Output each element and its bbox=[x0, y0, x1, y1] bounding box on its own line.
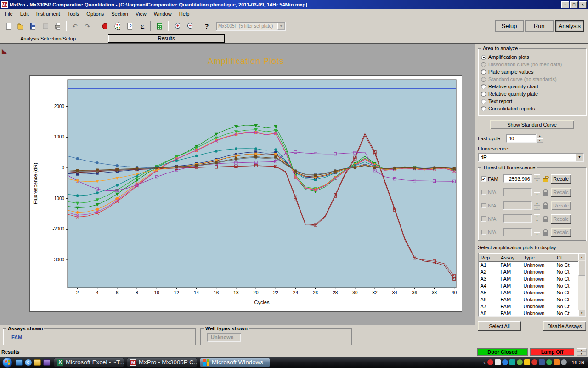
menu-item-edit[interactable]: Edit bbox=[17, 10, 33, 18]
open-button[interactable] bbox=[14, 20, 26, 32]
table-row[interactable]: A3FAMUnknownNo Ct bbox=[479, 275, 578, 282]
fluorescence-dropdown[interactable]: dR ▼ bbox=[478, 153, 584, 162]
spin-down-icon[interactable]: ▼ bbox=[534, 179, 540, 184]
help-button[interactable]: ? bbox=[201, 20, 213, 32]
menu-item-options[interactable]: Options bbox=[83, 10, 107, 18]
menu-item-help[interactable]: Help bbox=[175, 10, 193, 18]
menu-item-instrument[interactable]: Instrument bbox=[33, 10, 64, 18]
scroll-up-icon[interactable]: ▲ bbox=[577, 348, 587, 352]
tray-icon-5[interactable] bbox=[517, 359, 523, 365]
scroll-down-icon[interactable]: ▼ bbox=[577, 352, 587, 356]
recalc-button[interactable]: Recalc bbox=[551, 174, 571, 184]
fam-threshold-input[interactable] bbox=[503, 174, 532, 183]
plate-type-dropdown[interactable]: Mx3005P (5 filter set plate) ▼ bbox=[216, 22, 286, 31]
tray-icon-4[interactable] bbox=[509, 359, 515, 365]
radio-amplification-plots[interactable]: Amplification plots bbox=[481, 53, 583, 61]
column-header-type[interactable]: Type bbox=[522, 254, 555, 262]
select-all-button[interactable]: Select All bbox=[478, 321, 521, 331]
tray-icon-2[interactable] bbox=[495, 359, 501, 365]
tray-icon-10[interactable] bbox=[554, 359, 560, 365]
table-row[interactable]: A1FAMUnknownNo Ct bbox=[479, 262, 578, 269]
calculator-button[interactable] bbox=[153, 20, 165, 32]
table-row[interactable]: A4FAMUnknownNo Ct bbox=[479, 282, 578, 289]
media-player-icon[interactable] bbox=[43, 359, 50, 366]
last-cycle-stepper[interactable]: ▲ ▼ bbox=[537, 134, 543, 143]
menu-item-tools[interactable]: Tools bbox=[64, 10, 83, 18]
threshold-stepper[interactable]: ▲ ▼ bbox=[534, 174, 540, 183]
column-header-replicate[interactable]: Rep... bbox=[479, 254, 499, 262]
tray-icon-7[interactable] bbox=[531, 359, 537, 365]
collapse-panel-arrow-icon[interactable]: ◣ bbox=[2, 47, 7, 54]
close-button[interactable]: × bbox=[579, 1, 587, 8]
redo-button[interactable]: ↷ bbox=[81, 20, 93, 32]
taskbar-item-excel[interactable]: X Microsoft Excel - ~T... bbox=[54, 358, 124, 367]
plate-type-value: Mx3005P (5 filter set plate) bbox=[217, 23, 277, 29]
tray-icon-1[interactable] bbox=[487, 359, 493, 365]
amplification-plot-canvas[interactable]: 200010000-1000-2000-30002468101214161820… bbox=[30, 76, 462, 311]
radio-text-report[interactable]: Text report bbox=[481, 98, 583, 105]
tray-expand-icon[interactable]: ‹ bbox=[483, 359, 485, 366]
zoom-in-button[interactable] bbox=[171, 20, 183, 32]
internet-explorer-icon[interactable]: e bbox=[25, 359, 32, 366]
column-header-assay[interactable]: Assay bbox=[499, 254, 522, 262]
undo-button[interactable]: ↶ bbox=[69, 20, 81, 32]
last-cycle-input[interactable] bbox=[506, 134, 537, 143]
plate-setup-button[interactable] bbox=[111, 20, 123, 32]
table-row[interactable]: A7FAMUnknownNo Ct bbox=[479, 303, 578, 310]
radio-consolidated-reports[interactable]: Consolidated reports bbox=[481, 105, 583, 112]
print-button[interactable] bbox=[51, 20, 63, 32]
setup-mode-button[interactable]: Setup bbox=[495, 20, 524, 32]
analysis-terms-button[interactable]: ΣΔ bbox=[136, 20, 148, 32]
disable-assays-button[interactable]: Disable Assays bbox=[543, 321, 586, 331]
taskbar-item-windows[interactable]: Microsoft Windows bbox=[200, 358, 270, 367]
column-header-ct[interactable]: Ct bbox=[555, 254, 578, 262]
table-row[interactable]: A6FAMUnknownNo Ct bbox=[479, 296, 578, 303]
explorer-folder-icon[interactable] bbox=[34, 359, 41, 366]
tray-icon-9[interactable] bbox=[546, 359, 552, 365]
menu-item-file[interactable]: File bbox=[1, 10, 17, 18]
well-type-unknown-label[interactable]: Unknown bbox=[207, 333, 241, 342]
radio-plate-sample-values[interactable]: Plate sample values bbox=[481, 68, 583, 75]
start-button[interactable] bbox=[2, 357, 12, 368]
table-row[interactable]: A2FAMUnknownNo Ct bbox=[479, 268, 578, 275]
fam-checkbox[interactable]: ✓ bbox=[481, 176, 486, 182]
show-desktop-icon[interactable] bbox=[16, 359, 23, 366]
tray-icon-11[interactable] bbox=[561, 359, 567, 365]
tray-icon-6[interactable] bbox=[524, 359, 530, 365]
spin-up-icon[interactable]: ▲ bbox=[534, 174, 540, 179]
scroll-down-icon[interactable]: ▼ bbox=[578, 310, 585, 316]
tray-icon-8[interactable] bbox=[539, 359, 545, 365]
menu-item-view[interactable]: View bbox=[132, 10, 150, 18]
menu-item-window[interactable]: Window bbox=[150, 10, 175, 18]
spin-up-icon[interactable]: ▲ bbox=[537, 134, 543, 138]
table-row[interactable]: A8FAMUnknownNo Ct bbox=[479, 310, 578, 316]
tab-analysis-selection-setup[interactable]: Analysis Selection/Setup bbox=[15, 35, 81, 42]
svg-text:24: 24 bbox=[293, 290, 299, 295]
taskbar-item-mxpro[interactable]: M MxPro - Mx3005P C... bbox=[127, 358, 197, 367]
radio-relative-quantity-chart[interactable]: Relative quantity chart bbox=[481, 83, 583, 90]
status-scroll-control[interactable]: ▲ ▼ bbox=[577, 348, 587, 356]
new-button[interactable] bbox=[2, 20, 14, 32]
maximize-button[interactable]: □ bbox=[570, 1, 578, 8]
radio-relative-quantity-plate[interactable]: Relative quantity plate bbox=[481, 90, 583, 98]
minimize-button[interactable]: − bbox=[561, 1, 569, 8]
record-button[interactable] bbox=[99, 20, 111, 32]
unlocked-icon[interactable] bbox=[543, 176, 548, 182]
analysis-mode-button[interactable]: Analysis bbox=[555, 20, 584, 32]
show-standard-curve-button[interactable]: Show Standard Curve bbox=[490, 120, 574, 129]
scroll-up-icon[interactable]: ▲ bbox=[578, 253, 585, 260]
import-button[interactable] bbox=[39, 20, 51, 32]
scrollbar-thumb[interactable] bbox=[578, 261, 585, 276]
save-button[interactable] bbox=[27, 20, 39, 32]
zoom-out-button[interactable] bbox=[183, 20, 195, 32]
well-information-button[interactable]: 2 bbox=[124, 20, 136, 32]
menu-item-section[interactable]: Section bbox=[107, 10, 132, 18]
tab-results[interactable]: Results bbox=[108, 34, 225, 43]
clock[interactable]: 16:39 bbox=[571, 360, 584, 365]
spin-down-icon[interactable]: ▼ bbox=[537, 138, 543, 143]
run-mode-button[interactable]: Run bbox=[525, 20, 554, 32]
table-row[interactable]: A5FAMUnknownNo Ct bbox=[479, 289, 578, 296]
table-scrollbar[interactable]: ▲ ▼ bbox=[578, 253, 585, 316]
tray-icon-3[interactable] bbox=[502, 359, 508, 365]
assay-fam-label[interactable]: FAM bbox=[10, 334, 33, 341]
